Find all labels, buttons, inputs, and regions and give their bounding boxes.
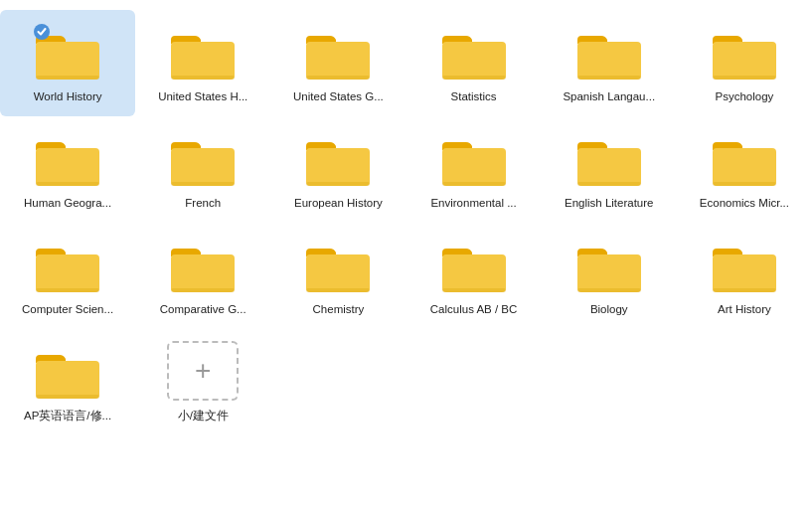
- svg-rect-14: [36, 182, 99, 186]
- folder-item-5[interactable]: Spanish Langau...: [542, 10, 677, 116]
- svg-rect-5: [306, 42, 370, 80]
- svg-rect-10: [577, 76, 641, 80]
- folder-item-3[interactable]: United States G...: [270, 10, 406, 116]
- svg-rect-13: [36, 148, 99, 186]
- svg-rect-12: [713, 76, 776, 80]
- folder-item-15[interactable]: Chemistry: [270, 223, 406, 329]
- folder-item-7[interactable]: Human Geogra...: [0, 116, 135, 223]
- folder-item-11[interactable]: English Literature: [542, 116, 677, 223]
- folder-icon: [438, 128, 510, 188]
- svg-rect-11: [713, 42, 776, 80]
- folder-label: Human Geogra...: [24, 196, 111, 211]
- svg-rect-31: [442, 254, 506, 292]
- svg-rect-9: [577, 42, 641, 80]
- svg-rect-0: [36, 42, 99, 80]
- folder-icon: [573, 128, 645, 188]
- svg-rect-16: [171, 182, 235, 186]
- svg-rect-17: [306, 148, 370, 186]
- svg-rect-37: [36, 361, 99, 399]
- folder-item-8[interactable]: French: [135, 116, 270, 223]
- svg-rect-23: [713, 148, 776, 186]
- folder-icon: [32, 128, 103, 188]
- svg-rect-21: [577, 148, 641, 186]
- svg-rect-30: [306, 288, 370, 292]
- folder-item-18[interactable]: Art History: [677, 223, 812, 329]
- folder-item-6[interactable]: Psychology: [677, 10, 812, 116]
- svg-rect-35: [713, 254, 776, 292]
- folder-label: World History: [34, 89, 102, 104]
- folder-item-1[interactable]: World History: [0, 10, 135, 116]
- folder-icon: [32, 235, 103, 294]
- svg-rect-18: [306, 182, 370, 186]
- svg-rect-26: [36, 288, 99, 292]
- svg-rect-8: [442, 76, 506, 80]
- folder-label: Biology: [590, 302, 628, 317]
- folder-item-2[interactable]: United States H...: [135, 10, 270, 116]
- svg-rect-22: [577, 182, 641, 186]
- folder-item-10[interactable]: Environmental ...: [406, 116, 542, 223]
- folder-label: United States H...: [158, 89, 247, 104]
- folder-label: Psychology: [716, 89, 774, 104]
- folder-item-19[interactable]: AP英语语言/修...: [0, 329, 135, 435]
- folder-label: Statistics: [451, 89, 497, 104]
- svg-rect-38: [36, 395, 99, 399]
- folder-icon: [709, 128, 780, 188]
- svg-rect-15: [171, 148, 235, 186]
- svg-rect-1: [36, 76, 99, 80]
- svg-rect-20: [442, 182, 506, 186]
- svg-rect-19: [442, 148, 506, 186]
- folder-icon: [573, 235, 645, 294]
- svg-rect-4: [171, 76, 235, 80]
- folder-item-4[interactable]: Statistics: [406, 10, 542, 116]
- svg-rect-7: [442, 42, 506, 80]
- folder-icon: [32, 341, 103, 401]
- svg-rect-33: [577, 254, 641, 292]
- folder-grid: World History United States H... United …: [0, 0, 812, 445]
- folder-item-13[interactable]: Computer Scien...: [0, 223, 135, 329]
- folder-icon: [167, 22, 239, 82]
- folder-item-17[interactable]: Biology: [542, 223, 677, 329]
- folder-item-12[interactable]: Economics Micr...: [677, 116, 812, 223]
- folder-label: Art History: [718, 302, 771, 317]
- folder-label: AP英语语言/修...: [24, 409, 111, 423]
- new-folder-button[interactable]: +小/建文件: [135, 329, 270, 435]
- folder-label: Chemistry: [313, 302, 365, 317]
- svg-rect-28: [171, 288, 235, 292]
- svg-rect-34: [577, 288, 641, 292]
- folder-label: Calculus AB / BC: [430, 302, 518, 317]
- folder-icon: [302, 235, 374, 294]
- folder-icon: [709, 235, 780, 294]
- folder-label: United States G...: [293, 89, 384, 104]
- folder-icon: [167, 128, 239, 188]
- new-folder-icon: +: [167, 341, 239, 401]
- folder-label: English Literature: [565, 196, 654, 211]
- svg-rect-24: [713, 182, 776, 186]
- svg-rect-36: [713, 288, 776, 292]
- folder-label: Economics Micr...: [700, 196, 789, 211]
- folder-label: Spanish Langau...: [563, 89, 655, 104]
- folder-icon: [438, 22, 510, 82]
- folder-icon: [302, 128, 374, 188]
- folder-label: Computer Scien...: [22, 302, 113, 317]
- folder-label: Comparative G...: [160, 302, 246, 317]
- svg-rect-25: [36, 254, 99, 292]
- svg-rect-27: [171, 254, 235, 292]
- svg-rect-6: [306, 76, 370, 80]
- folder-label: European History: [294, 196, 383, 211]
- folder-icon: [302, 22, 374, 82]
- folder-icon: [709, 22, 780, 82]
- folder-item-9[interactable]: European History: [270, 116, 406, 223]
- folder-icon: [438, 235, 510, 294]
- folder-label: French: [185, 196, 221, 211]
- svg-rect-29: [306, 254, 370, 292]
- svg-rect-32: [442, 288, 506, 292]
- folder-icon: [167, 235, 239, 294]
- svg-rect-3: [171, 42, 235, 80]
- new-folder-label: 小/建文件: [178, 409, 229, 423]
- folder-label: Environmental ...: [430, 196, 516, 211]
- folder-item-16[interactable]: Calculus AB / BC: [406, 223, 542, 329]
- folder-item-14[interactable]: Comparative G...: [135, 223, 270, 329]
- folder-icon: [573, 22, 645, 82]
- folder-icon: [32, 22, 103, 82]
